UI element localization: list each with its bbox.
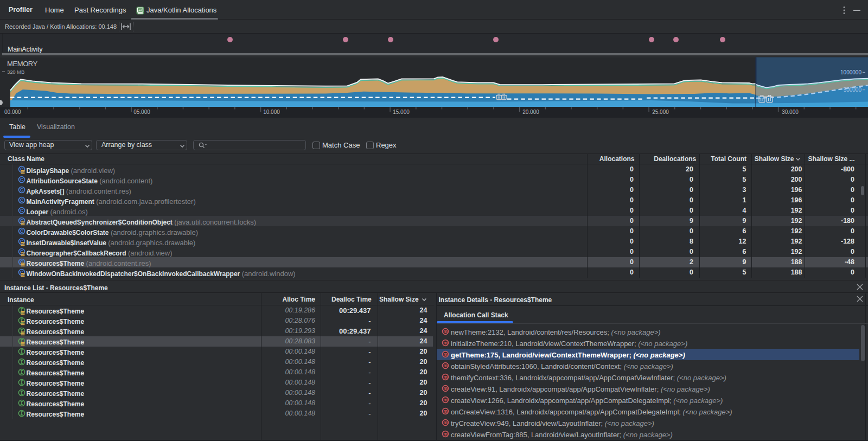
svg-text:C: C — [20, 167, 23, 172]
svg-text:C: C — [20, 259, 23, 265]
svg-text:m: m — [443, 431, 448, 437]
svg-text:m: m — [443, 420, 448, 425]
svg-text:C: C — [20, 197, 23, 203]
svg-text:C: C — [20, 208, 23, 213]
svg-text:C: C — [20, 228, 23, 234]
svg-text:C: C — [20, 239, 23, 244]
svg-text:m: m — [443, 363, 448, 368]
svg-text:C: C — [20, 270, 23, 275]
svg-text:m: m — [443, 397, 448, 402]
svg-text:C: C — [20, 218, 23, 223]
svg-text:m: m — [443, 351, 448, 357]
svg-text:m: m — [443, 386, 448, 391]
svg-text:m: m — [443, 374, 448, 380]
svg-text:C: C — [20, 249, 23, 254]
svg-text:C: C — [20, 177, 23, 182]
svg-text:C: C — [20, 187, 23, 193]
svg-text:m: m — [443, 408, 448, 414]
svg-text:m: m — [443, 329, 448, 334]
svg-text:m: m — [443, 340, 448, 346]
